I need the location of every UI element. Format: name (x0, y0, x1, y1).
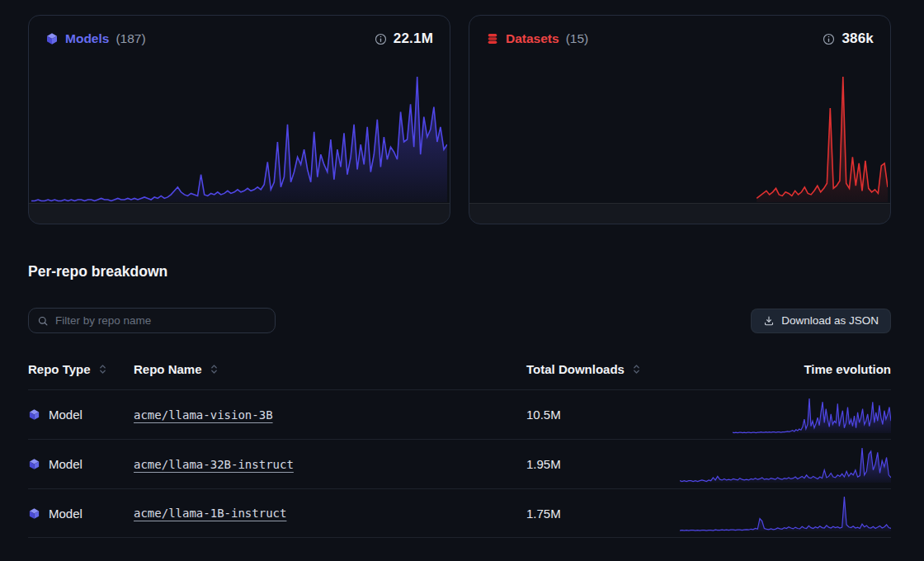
total-downloads-value: 1.75M (526, 507, 680, 521)
time-evolution-sparkline (680, 489, 891, 537)
info-icon[interactable] (823, 33, 835, 45)
table-toolbar: Download as JSON (28, 308, 891, 333)
models-card-header: Models (187) 22.1M (29, 16, 450, 47)
card-title: Models (65, 31, 109, 46)
table-header-row: Repo Type Repo Name Total Downloads Time… (28, 359, 891, 379)
info-icon[interactable] (375, 33, 387, 45)
analytics-dashboard: Models (187) 22.1M Datasets (15) (0, 0, 924, 538)
column-header-repo-type[interactable]: Repo Type (28, 362, 134, 376)
card-footer-band (29, 203, 450, 224)
sort-icon (633, 363, 640, 375)
overview-cards: Models (187) 22.1M Datasets (15) (28, 15, 891, 224)
card-total-downloads: 22.1M (394, 31, 433, 47)
repo-filter-field[interactable] (28, 308, 276, 333)
cube-icon (45, 32, 59, 45)
table-row: Model acme/llama-1B-instruct 1.75M (28, 488, 891, 538)
datasets-card-header: Datasets (15) 386k (469, 16, 890, 47)
card-count: (15) (566, 31, 589, 46)
sort-icon (99, 363, 106, 375)
repo-type-cell: Model (28, 507, 134, 521)
datasets-downloads-chart (472, 73, 888, 203)
total-downloads-value: 1.95M (526, 457, 680, 471)
repo-filter-input[interactable] (55, 314, 266, 327)
download-icon (763, 315, 775, 327)
repo-name-link[interactable]: acme/llama-32B-instruct (134, 458, 294, 471)
download-json-button[interactable]: Download as JSON (751, 309, 891, 333)
card-footer-band (469, 203, 890, 224)
cube-icon (28, 408, 40, 421)
repo-table: Repo Type Repo Name Total Downloads Time… (28, 359, 891, 538)
repo-name-link[interactable]: acme/llama-vision-3B (134, 408, 273, 422)
repo-type-label: Model (49, 507, 82, 521)
time-evolution-sparkline (680, 440, 891, 488)
models-downloads-chart (31, 73, 447, 203)
cube-icon (28, 458, 40, 470)
repo-name-link[interactable]: acme/llama-1B-instruct (134, 507, 286, 520)
database-icon (486, 32, 499, 45)
repo-type-label: Model (49, 457, 82, 471)
section-title: Per-repo breakdown (28, 262, 891, 280)
column-header-total-downloads[interactable]: Total Downloads (526, 362, 680, 376)
repo-type-label: Model (49, 408, 82, 422)
repo-type-cell: Model (28, 408, 134, 422)
search-icon (37, 315, 49, 327)
card-title: Datasets (506, 31, 559, 46)
time-evolution-sparkline (680, 390, 891, 439)
cube-icon (28, 507, 40, 520)
download-json-label: Download as JSON (781, 314, 879, 327)
column-header-time-evolution: Time evolution (680, 362, 891, 376)
repo-type-cell: Model (28, 457, 134, 471)
datasets-overview-card: Datasets (15) 386k (469, 15, 891, 224)
card-total-downloads: 386k (842, 31, 874, 47)
table-row: Model acme/llama-32B-instruct 1.95M (28, 439, 891, 488)
column-header-repo-name[interactable]: Repo Name (134, 362, 526, 376)
sort-icon (210, 363, 218, 375)
total-downloads-value: 10.5M (526, 408, 680, 422)
models-overview-card: Models (187) 22.1M (28, 15, 450, 224)
card-count: (187) (116, 31, 145, 46)
table-row: Model acme/llama-vision-3B 10.5M (28, 389, 891, 439)
